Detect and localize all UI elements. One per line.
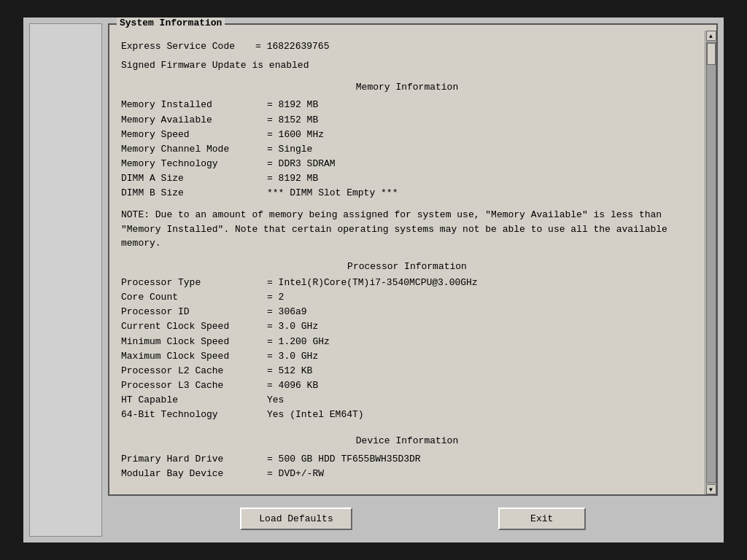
current-clock-value: = 3.0 GHz	[267, 319, 693, 334]
bit-tech-label: 64-Bit Technology	[121, 408, 267, 422]
list-item: Memory Technology = DDR3 SDRAM	[121, 157, 693, 171]
l3-cache-value: = 4096 KB	[267, 378, 693, 393]
scrollbar[interactable]: ▲ ▼	[705, 31, 716, 494]
express-service-label: Express Service Code	[121, 39, 235, 54]
l2-cache-label: Processor L2 Cache	[121, 364, 267, 378]
memory-available-label: Memory Available	[121, 113, 267, 128]
scroll-down-button[interactable]: ▼	[706, 484, 716, 494]
firmware-text: Signed Firmware Update is enabled	[121, 60, 309, 71]
memory-technology-label: Memory Technology	[121, 157, 267, 171]
list-item: Memory Channel Mode = Single	[121, 142, 693, 157]
memory-rows: Memory Installed = 8192 MB Memory Availa…	[121, 98, 693, 201]
main-panel: System Information Express Service Code …	[108, 23, 718, 537]
list-item: Processor ID = 306a9	[121, 305, 693, 319]
dimm-a-value: = 8192 MB	[267, 171, 693, 186]
max-clock-value: = 3.0 GHz	[267, 349, 693, 364]
list-item: Processor L3 Cache = 4096 KB	[121, 378, 693, 393]
memory-technology-value: = DDR3 SDRAM	[267, 157, 693, 171]
memory-section-header: Memory Information	[121, 80, 693, 95]
list-item: Minimum Clock Speed = 1.200 GHz	[121, 335, 693, 349]
dimm-b-value: *** DIMM Slot Empty ***	[267, 186, 693, 201]
list-item: 64-Bit Technology Yes (Intel EM64T)	[121, 408, 693, 422]
firmware-row: Signed Firmware Update is enabled	[121, 58, 693, 73]
memory-available-value: = 8152 MB	[267, 113, 693, 128]
scrollable-content: Express Service Code = 16822639765 Signe…	[109, 31, 705, 494]
content-area: Express Service Code = 16822639765 Signe…	[109, 31, 716, 494]
ht-capable-value: Yes	[267, 393, 693, 408]
device-section: Device Information Primary Hard Drive = …	[121, 434, 693, 481]
express-service-value: = 16822639765	[255, 39, 329, 54]
list-item: Current Clock Speed = 3.0 GHz	[121, 319, 693, 334]
system-info-title: System Information	[117, 18, 225, 28]
min-clock-value: = 1.200 GHz	[267, 335, 693, 349]
device-section-header: Device Information	[121, 434, 693, 448]
list-item: HT Capable Yes	[121, 393, 693, 408]
memory-speed-value: = 1600 MHz	[267, 128, 693, 142]
screen-wrapper: System Information Express Service Code …	[23, 18, 724, 542]
load-defaults-button[interactable]: Load Defaults	[240, 508, 352, 530]
scrollbar-thumb[interactable]	[707, 43, 716, 65]
memory-installed-value: = 8192 MB	[267, 98, 693, 112]
memory-channel-label: Memory Channel Mode	[121, 142, 267, 157]
list-item: Memory Installed = 8192 MB	[121, 98, 693, 112]
list-item: Maximum Clock Speed = 3.0 GHz	[121, 349, 693, 364]
left-panel	[29, 23, 102, 537]
max-clock-label: Maximum Clock Speed	[121, 349, 267, 364]
list-item: DIMM A Size = 8192 MB	[121, 171, 693, 186]
dimm-b-label: DIMM B Size	[121, 186, 267, 201]
list-item: Memory Speed = 1600 MHz	[121, 128, 693, 142]
list-item: DIMM B Size *** DIMM Slot Empty ***	[121, 186, 693, 201]
ht-capable-label: HT Capable	[121, 393, 267, 408]
list-item: Modular Bay Device = DVD+/-RW	[121, 467, 693, 481]
memory-installed-label: Memory Installed	[121, 98, 267, 112]
list-item: Primary Hard Drive = 500 GB HDD TF655BWH…	[121, 452, 693, 467]
l2-cache-value: = 512 KB	[267, 364, 693, 378]
memory-speed-label: Memory Speed	[121, 128, 267, 142]
list-item: Processor Type = Intel(R)Core(TM)i7-3540…	[121, 276, 693, 290]
min-clock-label: Minimum Clock Speed	[121, 335, 267, 349]
processor-id-value: = 306a9	[267, 305, 693, 319]
memory-note: NOTE: Due to an amount of memory being a…	[121, 208, 693, 251]
core-count-label: Core Count	[121, 290, 267, 305]
primary-hdd-value: = 500 GB HDD TF655BWH35D3DR	[267, 452, 693, 467]
list-item: Memory Available = 8152 MB	[121, 113, 693, 128]
primary-hdd-label: Primary Hard Drive	[121, 452, 267, 467]
list-item: Core Count = 2	[121, 290, 693, 305]
scrollbar-track[interactable]	[706, 42, 716, 483]
l3-cache-label: Processor L3 Cache	[121, 378, 267, 393]
exit-button[interactable]: Exit	[498, 508, 586, 530]
bottom-bar: Load Defaults Exit	[108, 500, 718, 537]
list-item: Processor L2 Cache = 512 KB	[121, 364, 693, 378]
processor-id-label: Processor ID	[121, 305, 267, 319]
system-info-box: System Information Express Service Code …	[108, 23, 718, 496]
dimm-a-label: DIMM A Size	[121, 171, 267, 186]
processor-type-label: Processor Type	[121, 276, 267, 290]
scroll-up-button[interactable]: ▲	[706, 31, 716, 41]
processor-type-value: = Intel(R)Core(TM)i7-3540MCPU@3.00GHz	[267, 276, 693, 290]
memory-channel-value: = Single	[267, 142, 693, 157]
current-clock-label: Current Clock Speed	[121, 319, 267, 334]
express-service-row: Express Service Code = 16822639765	[121, 39, 693, 54]
bit-tech-value: Yes (Intel EM64T)	[267, 408, 693, 422]
processor-rows: Processor Type = Intel(R)Core(TM)i7-3540…	[121, 276, 693, 422]
modular-bay-label: Modular Bay Device	[121, 467, 267, 481]
core-count-value: = 2	[267, 290, 693, 305]
processor-section-header: Processor Information	[121, 260, 693, 274]
modular-bay-value: = DVD+/-RW	[267, 467, 693, 481]
